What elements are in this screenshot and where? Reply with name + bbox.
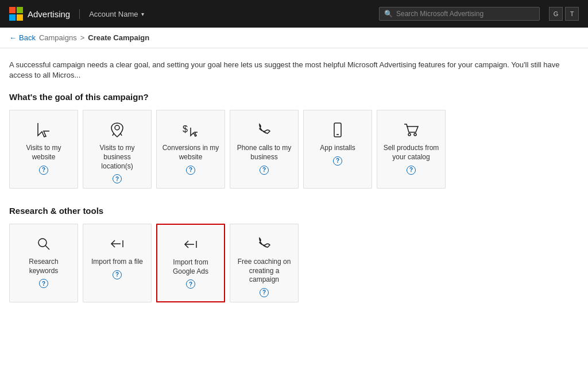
goal-card-visits-website-label: Visits to my website <box>14 144 73 162</box>
goal-card-conversions-website-label: Conversions in my website <box>161 144 220 162</box>
search-icon: 🔍 <box>384 10 393 18</box>
ms-logo-group: Advertising <box>9 7 80 21</box>
goal-card-app-installs[interactable]: App installs ? <box>303 110 372 189</box>
microsoft-logo-icon <box>9 7 23 21</box>
research-section: Research & other tools Research keywords… <box>9 206 579 302</box>
goal-card-conversions-website[interactable]: $ Conversions in my website ? <box>156 110 225 189</box>
header-brand-label: Advertising <box>28 9 80 19</box>
research-section-title: Research & other tools <box>9 206 579 216</box>
back-label: Back <box>19 33 36 42</box>
svg-rect-1 <box>17 7 23 13</box>
goal-card-phone-calls[interactable]: Phone calls to my business ? <box>230 110 299 189</box>
back-link[interactable]: ← Back <box>9 33 36 42</box>
help-icon-phone-calls[interactable]: ? <box>260 166 269 175</box>
location-icon <box>107 120 127 140</box>
goal-card-import-file-label: Import from a file <box>91 258 143 267</box>
help-icon-conversions-website[interactable]: ? <box>186 166 195 175</box>
svg-rect-0 <box>9 7 16 13</box>
intro-text: A successful campaign needs a clear goal… <box>9 60 579 80</box>
svg-line-13 <box>45 246 49 250</box>
goal-card-research-keywords-label: Research keywords <box>14 258 73 275</box>
phone-icon <box>254 120 274 140</box>
goal-card-app-installs-label: App installs <box>320 144 355 153</box>
goal-card-phone-calls-label: Phone calls to my business <box>235 144 293 162</box>
chevron-down-icon[interactable]: ▾ <box>141 11 144 17</box>
help-icon-free-coaching[interactable]: ? <box>260 288 269 297</box>
breadcrumb-campaigns: Campaigns <box>39 33 77 42</box>
goal-section: What's the goal of this campaign? Visits… <box>9 92 579 189</box>
goal-cards-row: Visits to my website ? Visits to my busi… <box>9 110 579 189</box>
svg-line-6 <box>121 133 122 136</box>
t-button[interactable]: T <box>565 7 579 21</box>
search-icon <box>33 233 54 254</box>
goal-card-import-file[interactable]: Import from a file ? <box>83 224 152 302</box>
help-icon-import-google[interactable]: ? <box>186 279 195 289</box>
svg-line-5 <box>113 133 114 136</box>
header: Advertising Account Name ▾ 🔍 G T <box>0 0 588 28</box>
help-icon-research-keywords[interactable]: ? <box>39 279 48 288</box>
mobile-icon <box>327 120 348 140</box>
svg-point-4 <box>115 125 119 130</box>
help-icon-app-installs[interactable]: ? <box>333 156 342 166</box>
goal-card-visits-location[interactable]: Visits to my business location(s) ? <box>83 110 152 189</box>
breadcrumb-separator: > <box>80 33 85 42</box>
breadcrumb-current: Create Campaign <box>88 33 149 42</box>
money-cursor-icon: $ <box>180 120 201 140</box>
import-file-icon <box>107 233 127 254</box>
svg-rect-3 <box>17 14 23 21</box>
svg-text:$: $ <box>183 124 188 134</box>
goal-card-free-coaching-label: Free coaching on creating a campaign <box>235 258 293 285</box>
svg-point-12 <box>38 239 47 247</box>
help-icon-visits-location[interactable]: ? <box>113 174 122 183</box>
cursor-icon <box>33 120 54 140</box>
research-cards-row: Research keywords ? Import from a file ? <box>9 224 579 302</box>
goal-card-research-keywords[interactable]: Research keywords ? <box>9 224 78 302</box>
svg-point-10 <box>408 133 411 136</box>
search-input[interactable] <box>396 10 535 18</box>
svg-point-11 <box>414 133 416 136</box>
goal-section-title: What's the goal of this campaign? <box>9 92 579 102</box>
goal-card-free-coaching[interactable]: Free coaching on creating a campaign ? <box>230 224 299 302</box>
breadcrumb: ← Back Campaigns > Create Campaign <box>0 28 588 48</box>
main-content: A successful campaign needs a clear goal… <box>0 48 588 314</box>
goal-card-visits-website[interactable]: Visits to my website ? <box>9 110 78 189</box>
header-account: Account Name ▾ <box>89 10 370 18</box>
svg-rect-2 <box>9 14 16 21</box>
cart-icon <box>401 120 421 140</box>
search-bar[interactable]: 🔍 <box>379 7 540 21</box>
goal-card-import-google-label: Import from Google Ads <box>162 258 219 276</box>
goal-card-visits-location-label: Visits to my business location(s) <box>88 144 146 171</box>
goal-card-sell-products-label: Sell products from your catalog <box>382 144 440 162</box>
g-button[interactable]: G <box>549 7 563 21</box>
goal-card-import-google[interactable]: Import from Google Ads ? <box>156 224 225 302</box>
header-buttons: G T <box>549 7 579 21</box>
help-icon-import-file[interactable]: ? <box>113 270 122 279</box>
goal-card-sell-products[interactable]: Sell products from your catalog ? <box>377 110 446 189</box>
import-google-icon <box>180 234 201 255</box>
help-icon-visits-website[interactable]: ? <box>39 166 48 175</box>
help-icon-sell-products[interactable]: ? <box>407 166 416 175</box>
back-arrow-icon: ← <box>9 33 17 42</box>
coaching-phone-icon <box>254 233 274 254</box>
account-name: Account Name <box>89 10 138 18</box>
